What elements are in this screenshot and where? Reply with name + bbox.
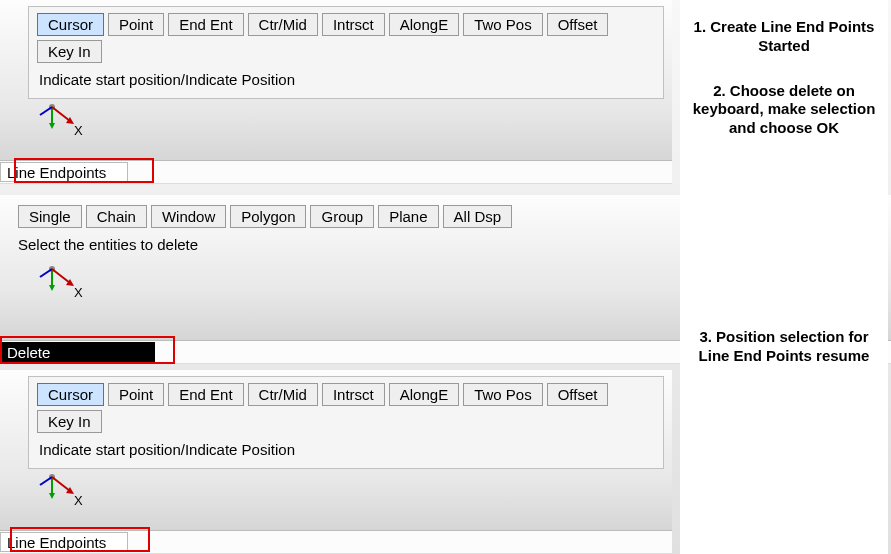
end-ent-button[interactable]: End Ent (168, 13, 243, 36)
key-in-button[interactable]: Key In (37, 410, 102, 433)
all-dsp-button[interactable]: All Dsp (443, 205, 513, 228)
position-toolbar: Cursor Point End Ent Ctr/Mid Intrsct Alo… (28, 6, 664, 99)
status-bar-1: Line Endpoints (0, 160, 672, 184)
panel-3-line-endpoints: Cursor Point End Ent Ctr/Mid Intrsct Alo… (0, 370, 672, 550)
axis-triad-icon: X (36, 99, 86, 141)
status-label-delete: Delete (0, 342, 155, 362)
intrsct-button[interactable]: Intrsct (322, 383, 385, 406)
single-button[interactable]: Single (18, 205, 82, 228)
cursor-button[interactable]: Cursor (37, 383, 104, 406)
svg-line-5 (40, 107, 52, 115)
prompt-text: Indicate start position/Indicate Positio… (37, 71, 655, 88)
offset-button[interactable]: Offset (547, 13, 609, 36)
position-toolbar: Cursor Point End Ent Ctr/Mid Intrsct Alo… (28, 376, 664, 469)
axis-triad-icon: X (36, 261, 86, 303)
alonge-button[interactable]: AlongE (389, 13, 459, 36)
position-button-row: Cursor Point End Ent Ctr/Mid Intrsct Alo… (37, 383, 655, 433)
group-button[interactable]: Group (310, 205, 374, 228)
panel-1-line-endpoints: Cursor Point End Ent Ctr/Mid Intrsct Alo… (0, 0, 672, 180)
point-button[interactable]: Point (108, 13, 164, 36)
chain-button[interactable]: Chain (86, 205, 147, 228)
annotation-3: 3. Position selection for Line End Point… (688, 328, 880, 366)
status-bar-3: Line Endpoints (0, 530, 672, 554)
svg-text:X: X (74, 493, 83, 508)
ctr-mid-button[interactable]: Ctr/Mid (248, 13, 318, 36)
svg-marker-2 (49, 123, 55, 129)
alonge-button[interactable]: AlongE (389, 383, 459, 406)
axis-triad-icon: X (36, 469, 86, 511)
two-pos-button[interactable]: Two Pos (463, 383, 543, 406)
svg-marker-9 (49, 285, 55, 291)
status-label: Line Endpoints (0, 532, 128, 552)
intrsct-button[interactable]: Intrsct (322, 13, 385, 36)
annotation-column: 1. Create Line End Points Started 2. Cho… (680, 0, 888, 554)
two-pos-button[interactable]: Two Pos (463, 13, 543, 36)
end-ent-button[interactable]: End Ent (168, 383, 243, 406)
annotation-1: 1. Create Line End Points Started (688, 18, 880, 56)
offset-button[interactable]: Offset (547, 383, 609, 406)
svg-line-12 (40, 269, 52, 277)
svg-line-19 (40, 477, 52, 485)
point-button[interactable]: Point (108, 383, 164, 406)
svg-line-17 (52, 477, 70, 491)
svg-line-10 (52, 269, 70, 283)
svg-line-3 (52, 107, 70, 121)
plane-button[interactable]: Plane (378, 205, 438, 228)
window-button[interactable]: Window (151, 205, 226, 228)
status-label: Line Endpoints (0, 162, 128, 182)
prompt-text: Indicate start position/Indicate Positio… (37, 441, 655, 458)
annotation-2: 2. Choose delete on keyboard, make selec… (688, 82, 880, 138)
position-button-row: Cursor Point End Ent Ctr/Mid Intrsct Alo… (37, 13, 655, 63)
key-in-button[interactable]: Key In (37, 40, 102, 63)
cursor-button[interactable]: Cursor (37, 13, 104, 36)
svg-text:X: X (74, 285, 83, 300)
svg-text:X: X (74, 123, 83, 138)
polygon-button[interactable]: Polygon (230, 205, 306, 228)
svg-marker-16 (49, 493, 55, 499)
ctr-mid-button[interactable]: Ctr/Mid (248, 383, 318, 406)
